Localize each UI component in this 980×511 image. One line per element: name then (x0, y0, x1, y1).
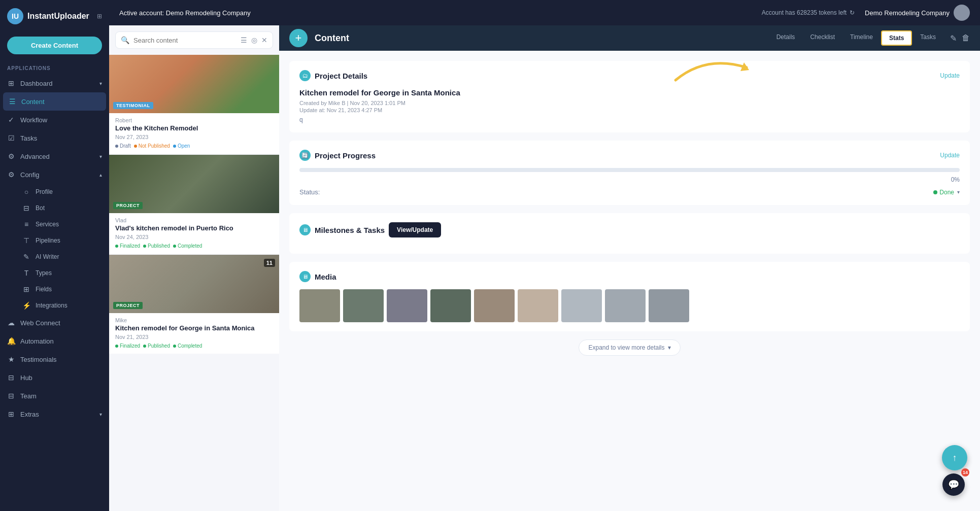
sidebar-item-pipelines[interactable]: ⊤ Pipelines (15, 232, 109, 249)
account-info: Demo Remodeling Company (865, 5, 970, 21)
list-item[interactable]: PROJECT Vlad Vlad's kitchen remodel in P… (109, 155, 279, 254)
workflow-icon: ✓ (7, 116, 15, 124)
section-title: Media (315, 272, 336, 281)
content-area: 🔍 ☰ ◎ ✕ TESTIMONIAL Robert Love t (109, 25, 980, 511)
advanced-icon: ⚙ (7, 152, 15, 160)
services-icon: ≡ (22, 220, 30, 228)
tag-completed: Completed (173, 243, 202, 249)
expand-button[interactable]: Expand to view more details ▾ (579, 339, 680, 356)
sidebar-item-services[interactable]: ≡ Services (15, 216, 109, 232)
tasks-icon: ☑ (7, 134, 15, 142)
media-thumbnail[interactable] (343, 289, 384, 322)
dashboard-icon: ⊞ (7, 79, 15, 87)
types-icon: T (22, 269, 30, 277)
tab-details[interactable]: Details (769, 30, 802, 46)
media-thumbnail[interactable] (474, 289, 515, 322)
filter-icon[interactable]: ☰ (241, 36, 247, 44)
section-title: Milestones & Tasks (315, 226, 385, 234)
sidebar-item-profile[interactable]: ○ Profile (15, 184, 109, 200)
hub-icon: ⊟ (7, 373, 15, 382)
sidebar-item-config[interactable]: ⚙ Config ▴ (0, 165, 109, 184)
media-thumbnail[interactable] (605, 289, 646, 322)
chat-button[interactable]: 💬 (942, 473, 965, 496)
sidebar-item-tasks[interactable]: ☑ Tasks (0, 129, 109, 147)
search-input[interactable] (133, 37, 236, 44)
sidebar-item-advanced[interactable]: ⚙ Advanced ▾ (0, 147, 109, 165)
sidebar-item-content[interactable]: ☰ Content (3, 92, 106, 111)
tab-stats[interactable]: Stats (881, 30, 912, 46)
sidebar-item-automation[interactable]: 🔔 Automation (0, 332, 109, 350)
chevron-down-icon: ▾ (668, 344, 671, 351)
media-thumbnail[interactable] (518, 289, 558, 322)
sidebar-item-workflow[interactable]: ✓ Workflow (0, 111, 109, 129)
location-icon[interactable]: ◎ (251, 36, 257, 44)
testimonials-icon: ★ (7, 355, 15, 363)
milestones-section: 🖥 Milestones & Tasks View/Update (289, 213, 970, 254)
media-thumbnail[interactable] (387, 289, 427, 322)
section-icon: 🗂 (299, 70, 311, 81)
list-item[interactable]: PROJECT 11 Mike Kitchen remodel for Geor… (109, 255, 279, 354)
sidebar-item-label: Bot (36, 205, 45, 212)
project-progress-section: 🔄 Project Progress Update 0% Status: (289, 141, 970, 205)
notification-badge: 14 (961, 468, 969, 476)
sidebar-item-extras[interactable]: ⊞ Extras ▾ (0, 405, 109, 423)
tokens-info: Account has 628235 tokens left ↻ (762, 9, 855, 16)
edit-icon[interactable]: ✎ (950, 33, 957, 43)
tab-tasks[interactable]: Tasks (913, 30, 943, 46)
section-header: 🔄 Project Progress Update (299, 150, 960, 161)
active-account-label: Active account: Demo Remodeling Company (119, 9, 762, 17)
sidebar-item-fields[interactable]: ⊞ Fields (15, 281, 109, 297)
view-update-button[interactable]: View/Update (389, 222, 441, 237)
sidebar-item-types[interactable]: T Types (15, 265, 109, 281)
tab-checklist[interactable]: Checklist (803, 30, 842, 46)
sidebar-item-label: Pipelines (36, 237, 60, 244)
sidebar-item-testimonials[interactable]: ★ Testimonials (0, 350, 109, 368)
card-title: Kitchen remodel for George in Santa Moni… (115, 324, 273, 332)
config-icon: ⚙ (7, 171, 15, 179)
tag-published: Published (143, 343, 170, 349)
sidebar-item-label: Config (20, 171, 40, 179)
card-title: Vlad's kitchen remodel in Puerto Rico (115, 224, 273, 232)
sidebar-item-label: Content (21, 98, 45, 106)
project-badge: PROJECT (113, 302, 143, 309)
sidebar-item-label: Automation (20, 337, 54, 345)
add-button[interactable]: + (289, 29, 308, 47)
sidebar-item-integrations[interactable]: ⚡ Integrations (15, 297, 109, 314)
card-date: Nov 24, 2023 (115, 234, 273, 240)
tab-timeline[interactable]: Timeline (843, 30, 880, 46)
sidebar-item-label: Extras (20, 411, 39, 418)
delete-icon[interactable]: 🗑 (962, 33, 970, 43)
media-thumbnail[interactable] (430, 289, 471, 322)
sidebar-item-hub[interactable]: ⊟ Hub (0, 368, 109, 387)
update-link[interactable]: Update (940, 152, 960, 159)
refresh-icon[interactable]: ↻ (850, 9, 855, 16)
sidebar-item-dashboard[interactable]: ⊞ Dashboard ▾ (0, 74, 109, 92)
sidebar-item-bot[interactable]: ⊟ Bot (15, 200, 109, 216)
close-icon[interactable]: ✕ (261, 36, 267, 44)
card-tags: Finalized Published Completed (115, 343, 273, 349)
sidebar-item-label: Hub (20, 374, 32, 382)
update-link[interactable]: Update (940, 72, 960, 79)
sidebar-item-label: AI Writer (36, 253, 59, 260)
sidebar-item-team[interactable]: ⊟ Team (0, 387, 109, 405)
create-content-button[interactable]: Create Content (7, 37, 102, 54)
profile-icon: ○ (22, 188, 30, 196)
sidebar-item-label: Tasks (20, 134, 37, 142)
chevron-down-icon[interactable]: ▾ (957, 189, 960, 195)
extras-icon: ⊞ (7, 410, 15, 418)
sidebar-item-web-connect[interactable]: ☁ Web Connect (0, 314, 109, 332)
card-date: Nov 27, 2023 (115, 134, 273, 140)
sidebar-item-label: Fields (36, 286, 52, 293)
media-thumbnail[interactable] (561, 289, 602, 322)
status-label: Status: (299, 188, 320, 196)
pin-icon[interactable]: ⊞ (97, 13, 102, 20)
progress-percent: 0% (299, 176, 960, 183)
media-thumbnail[interactable] (299, 289, 340, 322)
tag-finalized: Finalized (115, 243, 140, 249)
project-title: Kitchen remodel for George in Santa Moni… (299, 88, 960, 97)
media-thumbnail[interactable] (649, 289, 689, 322)
scroll-top-button[interactable]: ↑ (942, 445, 967, 470)
sidebar-item-ai-writer[interactable]: ✎ AI Writer (15, 249, 109, 265)
list-item[interactable]: TESTIMONIAL Robert Love the Kitchen Remo… (109, 55, 279, 154)
section-title: Project Details (315, 72, 367, 80)
